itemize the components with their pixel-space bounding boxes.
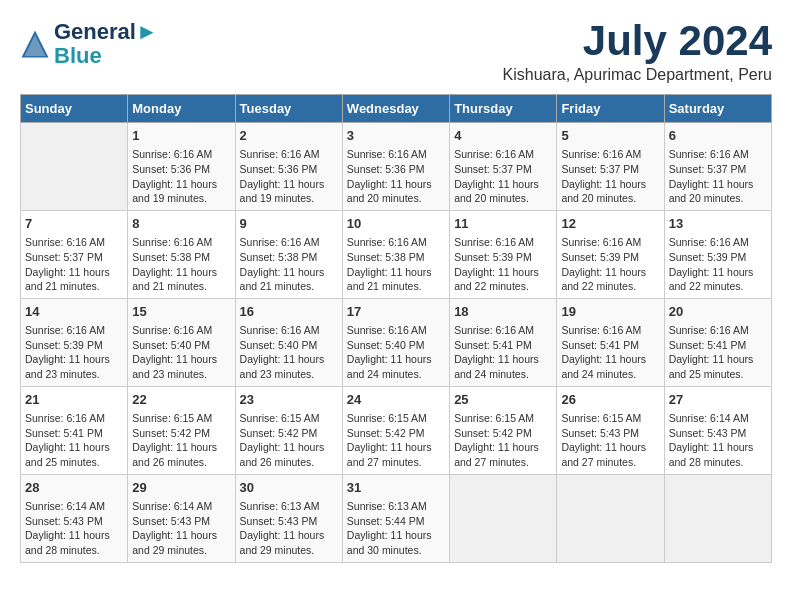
calendar-cell: 18Sunrise: 6:16 AM Sunset: 5:41 PM Dayli… [450,298,557,386]
calendar-cell: 1Sunrise: 6:16 AM Sunset: 5:36 PM Daylig… [128,123,235,211]
day-info: Sunrise: 6:16 AM Sunset: 5:39 PM Dayligh… [25,323,123,382]
day-number: 9 [240,215,338,233]
day-info: Sunrise: 6:16 AM Sunset: 5:36 PM Dayligh… [240,147,338,206]
day-info: Sunrise: 6:15 AM Sunset: 5:42 PM Dayligh… [454,411,552,470]
day-info: Sunrise: 6:16 AM Sunset: 5:40 PM Dayligh… [347,323,445,382]
day-info: Sunrise: 6:16 AM Sunset: 5:38 PM Dayligh… [347,235,445,294]
calendar-body: 1Sunrise: 6:16 AM Sunset: 5:36 PM Daylig… [21,123,772,563]
day-number: 13 [669,215,767,233]
weekday-header: Wednesday [342,95,449,123]
calendar-cell [664,474,771,562]
day-number: 17 [347,303,445,321]
day-number: 12 [561,215,659,233]
logo: General► Blue [20,20,158,68]
calendar-cell: 11Sunrise: 6:16 AM Sunset: 5:39 PM Dayli… [450,210,557,298]
calendar-week-row: 7Sunrise: 6:16 AM Sunset: 5:37 PM Daylig… [21,210,772,298]
location-title: Kishuara, Apurimac Department, Peru [503,66,772,84]
weekday-header: Thursday [450,95,557,123]
calendar-cell: 4Sunrise: 6:16 AM Sunset: 5:37 PM Daylig… [450,123,557,211]
day-info: Sunrise: 6:16 AM Sunset: 5:41 PM Dayligh… [669,323,767,382]
day-number: 14 [25,303,123,321]
calendar-cell: 6Sunrise: 6:16 AM Sunset: 5:37 PM Daylig… [664,123,771,211]
day-number: 6 [669,127,767,145]
calendar-cell: 9Sunrise: 6:16 AM Sunset: 5:38 PM Daylig… [235,210,342,298]
day-number: 27 [669,391,767,409]
day-info: Sunrise: 6:16 AM Sunset: 5:38 PM Dayligh… [240,235,338,294]
day-number: 22 [132,391,230,409]
day-info: Sunrise: 6:16 AM Sunset: 5:37 PM Dayligh… [669,147,767,206]
day-info: Sunrise: 6:14 AM Sunset: 5:43 PM Dayligh… [669,411,767,470]
day-info: Sunrise: 6:16 AM Sunset: 5:38 PM Dayligh… [132,235,230,294]
calendar-cell: 26Sunrise: 6:15 AM Sunset: 5:43 PM Dayli… [557,386,664,474]
calendar-cell: 23Sunrise: 6:15 AM Sunset: 5:42 PM Dayli… [235,386,342,474]
header: General► Blue July 2024 Kishuara, Apurim… [20,20,772,84]
day-info: Sunrise: 6:16 AM Sunset: 5:37 PM Dayligh… [454,147,552,206]
day-number: 1 [132,127,230,145]
day-info: Sunrise: 6:16 AM Sunset: 5:39 PM Dayligh… [454,235,552,294]
day-number: 4 [454,127,552,145]
day-info: Sunrise: 6:15 AM Sunset: 5:43 PM Dayligh… [561,411,659,470]
weekday-header: Saturday [664,95,771,123]
logo-icon [20,29,50,59]
day-number: 10 [347,215,445,233]
day-number: 31 [347,479,445,497]
day-info: Sunrise: 6:16 AM Sunset: 5:39 PM Dayligh… [561,235,659,294]
day-number: 24 [347,391,445,409]
day-info: Sunrise: 6:15 AM Sunset: 5:42 PM Dayligh… [347,411,445,470]
calendar-cell: 20Sunrise: 6:16 AM Sunset: 5:41 PM Dayli… [664,298,771,386]
day-number: 28 [25,479,123,497]
title-section: July 2024 Kishuara, Apurimac Department,… [503,20,772,84]
calendar-week-row: 28Sunrise: 6:14 AM Sunset: 5:43 PM Dayli… [21,474,772,562]
day-number: 5 [561,127,659,145]
calendar-cell: 30Sunrise: 6:13 AM Sunset: 5:43 PM Dayli… [235,474,342,562]
day-number: 15 [132,303,230,321]
day-info: Sunrise: 6:13 AM Sunset: 5:43 PM Dayligh… [240,499,338,558]
calendar-cell: 29Sunrise: 6:14 AM Sunset: 5:43 PM Dayli… [128,474,235,562]
calendar-cell: 12Sunrise: 6:16 AM Sunset: 5:39 PM Dayli… [557,210,664,298]
calendar-cell: 28Sunrise: 6:14 AM Sunset: 5:43 PM Dayli… [21,474,128,562]
day-info: Sunrise: 6:16 AM Sunset: 5:41 PM Dayligh… [25,411,123,470]
day-info: Sunrise: 6:16 AM Sunset: 5:41 PM Dayligh… [454,323,552,382]
day-number: 7 [25,215,123,233]
day-number: 8 [132,215,230,233]
weekday-header: Tuesday [235,95,342,123]
calendar-cell: 15Sunrise: 6:16 AM Sunset: 5:40 PM Dayli… [128,298,235,386]
day-number: 19 [561,303,659,321]
calendar-cell [557,474,664,562]
weekday-header: Monday [128,95,235,123]
day-number: 16 [240,303,338,321]
day-number: 23 [240,391,338,409]
day-info: Sunrise: 6:16 AM Sunset: 5:37 PM Dayligh… [25,235,123,294]
weekday-header: Friday [557,95,664,123]
calendar-cell: 7Sunrise: 6:16 AM Sunset: 5:37 PM Daylig… [21,210,128,298]
calendar-cell: 3Sunrise: 6:16 AM Sunset: 5:36 PM Daylig… [342,123,449,211]
calendar-week-row: 1Sunrise: 6:16 AM Sunset: 5:36 PM Daylig… [21,123,772,211]
day-info: Sunrise: 6:16 AM Sunset: 5:40 PM Dayligh… [240,323,338,382]
calendar-cell: 8Sunrise: 6:16 AM Sunset: 5:38 PM Daylig… [128,210,235,298]
calendar-week-row: 21Sunrise: 6:16 AM Sunset: 5:41 PM Dayli… [21,386,772,474]
calendar-cell: 16Sunrise: 6:16 AM Sunset: 5:40 PM Dayli… [235,298,342,386]
day-number: 18 [454,303,552,321]
day-info: Sunrise: 6:16 AM Sunset: 5:41 PM Dayligh… [561,323,659,382]
day-info: Sunrise: 6:15 AM Sunset: 5:42 PM Dayligh… [132,411,230,470]
day-number: 11 [454,215,552,233]
calendar-cell: 13Sunrise: 6:16 AM Sunset: 5:39 PM Dayli… [664,210,771,298]
logo-text: General► Blue [54,20,158,68]
calendar-cell: 10Sunrise: 6:16 AM Sunset: 5:38 PM Dayli… [342,210,449,298]
day-number: 3 [347,127,445,145]
day-number: 29 [132,479,230,497]
calendar-table: SundayMondayTuesdayWednesdayThursdayFrid… [20,94,772,563]
calendar-cell: 22Sunrise: 6:15 AM Sunset: 5:42 PM Dayli… [128,386,235,474]
day-info: Sunrise: 6:16 AM Sunset: 5:36 PM Dayligh… [132,147,230,206]
day-info: Sunrise: 6:16 AM Sunset: 5:36 PM Dayligh… [347,147,445,206]
day-number: 30 [240,479,338,497]
month-title: July 2024 [503,20,772,62]
calendar-cell: 17Sunrise: 6:16 AM Sunset: 5:40 PM Dayli… [342,298,449,386]
calendar-cell: 5Sunrise: 6:16 AM Sunset: 5:37 PM Daylig… [557,123,664,211]
calendar-cell [21,123,128,211]
day-number: 21 [25,391,123,409]
day-info: Sunrise: 6:16 AM Sunset: 5:37 PM Dayligh… [561,147,659,206]
day-info: Sunrise: 6:16 AM Sunset: 5:39 PM Dayligh… [669,235,767,294]
calendar-cell: 19Sunrise: 6:16 AM Sunset: 5:41 PM Dayli… [557,298,664,386]
calendar-cell: 27Sunrise: 6:14 AM Sunset: 5:43 PM Dayli… [664,386,771,474]
